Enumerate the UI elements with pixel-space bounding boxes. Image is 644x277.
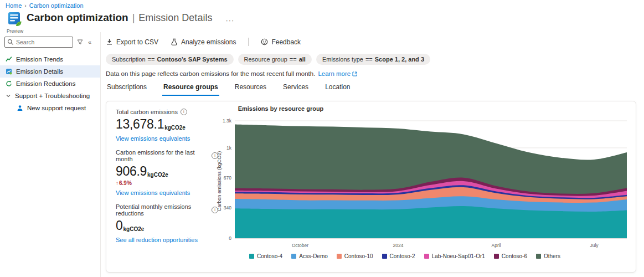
command-bar: Export to CSV Analyze emissions Feedback: [106, 38, 301, 46]
sidebar-item-label: New support request: [27, 105, 86, 111]
sidebar-item-emission-trends[interactable]: Emission Trends: [0, 53, 100, 65]
info-icon[interactable]: i: [181, 109, 187, 115]
search-input[interactable]: [4, 37, 73, 48]
svg-text:October: October: [292, 243, 308, 248]
breadcrumb-chevron-icon: ›: [24, 3, 26, 9]
tab-subscriptions[interactable]: Subscriptions: [106, 81, 148, 96]
tab-resource-groups[interactable]: Resource groups: [162, 81, 219, 96]
delta-up-arrow-icon: ↑: [116, 180, 119, 186]
tab-services[interactable]: Services: [282, 81, 310, 96]
svg-text:1k: 1k: [226, 145, 232, 151]
analyze-emissions-button[interactable]: Analyze emissions: [171, 38, 236, 46]
sidebar-item-emission-reductions[interactable]: Emission Reductions: [0, 78, 100, 90]
support-person-icon: [17, 105, 23, 111]
chart-block: Emissions by resource group 03406701k1.3…: [216, 105, 632, 259]
export-to-csv-label: Export to CSV: [116, 38, 158, 46]
feedback-smiley-icon: [261, 38, 268, 45]
legend-swatch: [291, 254, 296, 259]
legend-swatch: [536, 254, 541, 259]
emissions-card: Total carbon emissions i 13,678.1kgCO2e …: [106, 101, 636, 273]
sidebar-item-support-troubleshooting[interactable]: Support + Troubleshooting: [0, 90, 100, 102]
legend-item: Others: [536, 253, 560, 259]
stat-number: 906.9: [116, 164, 147, 178]
delta-indicator: ↑ 6.9%: [116, 180, 218, 186]
legend-label: Lab-Noeu-Sap01-Or1: [432, 253, 485, 259]
export-to-csv-button[interactable]: Export to CSV: [106, 38, 158, 46]
see-reduction-opportunities-link[interactable]: See all reduction opportunities: [116, 237, 198, 243]
learn-more-link[interactable]: Learn more: [318, 70, 357, 77]
tab-resources[interactable]: Resources: [234, 81, 267, 96]
sidebar-item-label: Support + Troubleshooting: [15, 93, 90, 99]
filter-value: Contoso's SAP Systems: [157, 56, 227, 63]
emission-details-icon: [6, 68, 12, 75]
legend-item: Lab-Noeu-Sap01-Or1: [424, 253, 485, 259]
stat-total-emissions: Total carbon emissions i 13,678.1kgCO2e …: [116, 109, 218, 149]
legend-item: Contoso-4: [249, 253, 282, 259]
legend-item: Acss-Demo: [291, 253, 328, 259]
filter-operator: ==: [365, 56, 373, 63]
legend-label: Contoso-4: [257, 253, 282, 259]
sidebar-item-label: Emission Trends: [16, 56, 63, 63]
delta-value: 6.9%: [119, 180, 132, 186]
stat-label: Total carbon emissions: [116, 109, 178, 115]
reduction-cycle-icon: [6, 80, 12, 87]
filter-pill-subscription[interactable]: Subscription == Contoso's SAP Systems: [106, 54, 234, 65]
tab-location[interactable]: Location: [324, 81, 351, 96]
view-emissions-equivalents-link[interactable]: View emissions equivalents: [116, 135, 190, 142]
chart-x-ticks: October2024AprilJuly: [292, 243, 599, 248]
sidebar-item-label: Emission Details: [16, 68, 63, 75]
breadcrumb-home-link[interactable]: Home: [6, 2, 22, 9]
chart-title: Emissions by resource group: [217, 105, 344, 112]
legend-item: Contoso-6: [494, 253, 527, 259]
chart-y-ticks: 03406701k1.3k: [223, 118, 232, 241]
sidebar-search-row: «: [0, 32, 100, 51]
legend-label: Contoso-2: [390, 253, 415, 259]
analyze-emissions-label: Analyze emissions: [181, 38, 236, 46]
sidebar-item-emission-details[interactable]: Emission Details: [0, 65, 100, 78]
toolbar-divider: [248, 38, 249, 46]
chart-areas: [235, 125, 627, 238]
sidebar: « Emission Trends Emission Details: [0, 32, 101, 277]
breadcrumb: Home › Carbon optimization: [6, 2, 84, 9]
notice-text: Data on this page reflects carbon emissi…: [106, 70, 315, 77]
legend-swatch: [249, 254, 254, 259]
chart-y-axis-label: Carbon emissions (kgCO2): [217, 151, 222, 212]
breadcrumb-current-link[interactable]: Carbon optimization: [29, 2, 84, 9]
svg-text:1.3k: 1.3k: [223, 118, 232, 124]
learn-more-label: Learn more: [318, 70, 351, 77]
filter-bar: Subscription == Contoso's SAP Systems Re…: [106, 54, 430, 65]
legend-item: Contoso-10: [337, 253, 373, 259]
stat-number: 0: [116, 218, 123, 233]
feedback-button[interactable]: Feedback: [261, 38, 301, 46]
external-link-icon: [352, 71, 357, 76]
legend-swatch: [337, 254, 342, 259]
page-subtitle: Emission Details: [138, 12, 212, 23]
carbon-optimization-page: Home › Carbon optimization: [0, 0, 644, 277]
stat-label: Carbon emissions for the last month: [116, 149, 209, 162]
view-emissions-equivalents-link[interactable]: View emissions equivalents: [116, 189, 190, 196]
filter-pill-emissions-type[interactable]: Emissions type == Scope 1, 2, and 3: [316, 54, 430, 65]
collapse-sidebar-button[interactable]: «: [87, 39, 92, 45]
more-options-button[interactable]: ···: [222, 16, 238, 25]
sidebar-item-label: Emission Reductions: [16, 80, 75, 87]
carbon-optimization-icon: [7, 11, 23, 28]
sidebar-item-new-support-request[interactable]: New support request: [0, 102, 100, 114]
feedback-label: Feedback: [271, 38, 301, 46]
legend-label: Acss-Demo: [299, 253, 328, 259]
stat-unit: kgCO2e: [147, 172, 168, 178]
filter-value: all: [299, 56, 306, 63]
filter-value: Scope 1, 2, and 3: [375, 56, 424, 63]
chart-legend: Contoso-4Acss-DemoContoso-10Contoso-2Lab…: [177, 253, 632, 259]
filter-operator: ==: [290, 56, 297, 63]
stat-potential-reductions: Potential monthly emissions reductions i…: [116, 203, 218, 250]
emissions-stats: Total carbon emissions i 13,678.1kgCO2e …: [116, 109, 218, 250]
filter-pill-resource-group[interactable]: Resource group == all: [238, 54, 312, 65]
svg-text:340: 340: [224, 205, 231, 211]
stat-unit: kgCO2e: [164, 125, 186, 131]
sidebar-nav: Emission Trends Emission Details Emissio…: [0, 53, 100, 114]
notice: Data on this page reflects carbon emissi…: [106, 70, 357, 77]
filter-icon[interactable]: [76, 39, 84, 46]
download-icon: [106, 38, 113, 45]
legend-label: Contoso-10: [344, 253, 373, 259]
chevron-down-icon: [6, 93, 11, 99]
